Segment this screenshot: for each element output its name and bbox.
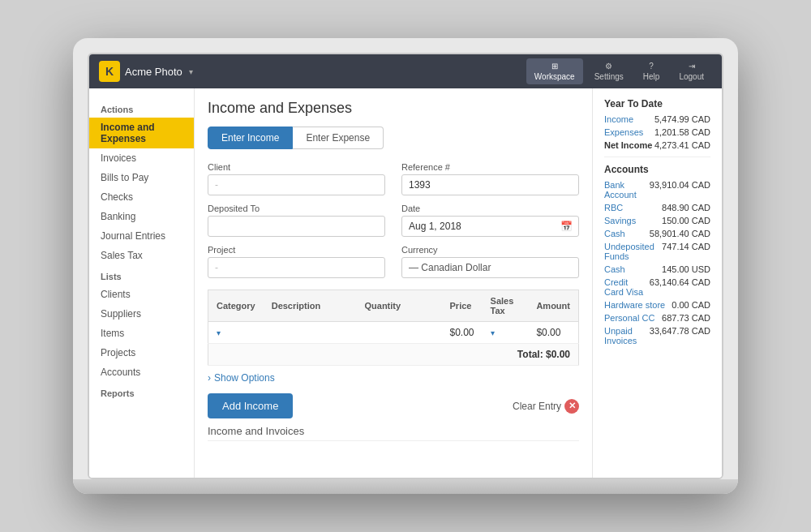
account-cash-label[interactable]: Cash bbox=[604, 229, 650, 238]
ytd-expenses-value: 1,201.58 CAD bbox=[654, 127, 710, 137]
category-dropdown-arrow[interactable]: ▾ bbox=[217, 328, 221, 337]
right-panel: Year To Date Income 5,474.99 CAD Expense… bbox=[592, 88, 722, 478]
col-quantity: Quantity bbox=[357, 290, 442, 322]
sidebar-item-projects[interactable]: Projects bbox=[89, 343, 194, 363]
sidebar-lists-title: Lists bbox=[89, 265, 194, 285]
account-cash-usd-row: Cash 145.00 USD bbox=[604, 264, 710, 274]
deposited-to-label: Deposited To bbox=[208, 204, 385, 213]
account-credit-card-value: 63,140.64 CAD bbox=[650, 277, 710, 287]
ytd-expenses-label[interactable]: Expenses bbox=[604, 127, 654, 137]
date-group: Date 📅 bbox=[401, 204, 579, 237]
account-unpaid-invoices-label[interactable]: Unpaid Invoices bbox=[604, 326, 650, 345]
account-unpaid-invoices-row: Unpaid Invoices 33,647.78 CAD bbox=[604, 326, 710, 345]
logout-icon: ⇥ bbox=[689, 62, 695, 71]
logo-area: K Acme Photo ▾ bbox=[99, 61, 526, 82]
account-bank-account-value: 93,910.04 CAD bbox=[650, 180, 710, 190]
ytd-income-row: Income 5,474.99 CAD bbox=[604, 114, 710, 124]
sidebar-item-checks[interactable]: Checks bbox=[89, 187, 194, 207]
account-unpaid-invoices-value: 33,647.78 CAD bbox=[650, 326, 710, 336]
account-cash-row: Cash 58,901.40 CAD bbox=[604, 229, 710, 238]
account-cash-usd-label[interactable]: Cash bbox=[604, 264, 662, 274]
tab-enter-income[interactable]: Enter Income bbox=[208, 127, 293, 149]
project-input[interactable] bbox=[208, 257, 385, 278]
content-area: Income and Expenses Enter Income Enter E… bbox=[195, 88, 592, 478]
currency-label: Currency bbox=[401, 245, 579, 255]
sidebar-item-income-expenses[interactable]: Income and Expenses bbox=[89, 118, 194, 148]
ytd-income-value: 5,474.99 CAD bbox=[654, 114, 710, 124]
ytd-net-income-row: Net Income 4,273.41 CAD bbox=[604, 140, 710, 150]
account-undeposited-label[interactable]: Undeposited Funds bbox=[604, 242, 662, 261]
sidebar-item-accounts[interactable]: Accounts bbox=[89, 363, 194, 382]
col-price: Price bbox=[442, 290, 483, 322]
total-row: Total: $0.00 bbox=[208, 344, 579, 366]
sidebar-item-banking[interactable]: Banking bbox=[89, 207, 194, 226]
add-income-button[interactable]: Add Income bbox=[208, 393, 293, 418]
calendar-icon: 📅 bbox=[560, 221, 573, 232]
income-invoices-subtitle: Income and Invoices bbox=[208, 425, 579, 441]
sidebar-item-journal-entries[interactable]: Journal Entries bbox=[89, 226, 194, 246]
account-rbc-row: RBC 848.90 CAD bbox=[604, 203, 710, 212]
currency-select[interactable]: — Canadian Dollar bbox=[401, 257, 579, 278]
deposited-to-input[interactable] bbox=[208, 216, 385, 237]
account-undeposited-row: Undeposited Funds 747.14 CAD bbox=[604, 242, 710, 261]
sidebar-item-items[interactable]: Items bbox=[89, 324, 194, 343]
reference-input[interactable] bbox=[401, 174, 579, 195]
nav-logout-label: Logout bbox=[679, 72, 704, 81]
company-dropdown-arrow[interactable]: ▾ bbox=[189, 67, 193, 76]
cell-quantity[interactable] bbox=[357, 322, 442, 344]
account-credit-card-label[interactable]: Credit Card Visa bbox=[604, 277, 650, 297]
panel-divider-1 bbox=[604, 157, 710, 157]
cell-category: ▾ bbox=[208, 322, 264, 344]
client-group: Client bbox=[208, 162, 385, 195]
sidebar-item-bills-to-pay[interactable]: Bills to Pay bbox=[89, 168, 194, 187]
account-savings-label[interactable]: Savings bbox=[604, 216, 662, 225]
settings-icon: ⚙ bbox=[605, 62, 612, 71]
nav-settings[interactable]: ⚙ Settings bbox=[586, 58, 632, 84]
date-input-wrapper: 📅 bbox=[401, 216, 579, 237]
cell-description[interactable] bbox=[264, 322, 357, 344]
account-rbc-label[interactable]: RBC bbox=[604, 203, 662, 212]
sidebar-item-invoices[interactable]: Invoices bbox=[89, 148, 194, 168]
nav-help[interactable]: ? Help bbox=[635, 58, 668, 84]
account-bank-account-row: Bank Account 93,910.04 CAD bbox=[604, 180, 710, 200]
sidebar-item-suppliers[interactable]: Suppliers bbox=[89, 304, 194, 324]
account-hardware-store-label[interactable]: Hardware store bbox=[604, 300, 672, 310]
main-layout: Actions Income and Expenses Invoices Bil… bbox=[89, 88, 722, 478]
reference-group: Reference # bbox=[401, 162, 579, 195]
client-input[interactable] bbox=[208, 174, 385, 195]
laptop-base bbox=[73, 479, 738, 494]
col-sales-tax: Sales Tax bbox=[483, 290, 529, 322]
deposited-to-group: Deposited To bbox=[208, 204, 385, 237]
show-options[interactable]: › Show Options bbox=[208, 372, 579, 384]
income-form: Client Reference # Deposited To bbox=[208, 162, 579, 278]
accounts-title: Accounts bbox=[604, 164, 710, 175]
nav-help-label: Help bbox=[643, 72, 660, 81]
account-savings-value: 150.00 CAD bbox=[662, 216, 710, 225]
client-label: Client bbox=[208, 162, 385, 172]
sidebar-item-clients[interactable]: Clients bbox=[89, 285, 194, 304]
nav-workspace[interactable]: ⊞ Workspace bbox=[526, 58, 583, 84]
quantity-input[interactable] bbox=[365, 327, 434, 338]
clear-entry[interactable]: Clear Entry ✕ bbox=[513, 399, 579, 414]
description-input[interactable] bbox=[272, 327, 349, 338]
account-cash-value: 58,901.40 CAD bbox=[650, 229, 710, 238]
account-hardware-store-value: 0.00 CAD bbox=[672, 300, 710, 310]
ytd-income-label[interactable]: Income bbox=[604, 114, 654, 124]
sidebar-item-sales-tax[interactable]: Sales Tax bbox=[89, 246, 194, 265]
account-personal-cc-label[interactable]: Personal CC bbox=[604, 313, 662, 323]
logo-icon: K bbox=[99, 61, 120, 82]
account-bank-account-label[interactable]: Bank Account bbox=[604, 180, 650, 200]
account-credit-card-row: Credit Card Visa 63,140.64 CAD bbox=[604, 277, 710, 297]
tab-enter-expense[interactable]: Enter Expense bbox=[293, 127, 384, 149]
ytd-title: Year To Date bbox=[604, 98, 710, 109]
nav-logout[interactable]: ⇥ Logout bbox=[671, 58, 712, 84]
nav-workspace-label: Workspace bbox=[534, 72, 575, 81]
account-cash-usd-value: 145.00 USD bbox=[662, 264, 710, 274]
sales-tax-dropdown-arrow[interactable]: ▾ bbox=[491, 328, 495, 337]
account-savings-row: Savings 150.00 CAD bbox=[604, 216, 710, 225]
date-input[interactable] bbox=[401, 216, 579, 237]
cell-sales-tax: ▾ bbox=[483, 322, 529, 344]
sidebar: Actions Income and Expenses Invoices Bil… bbox=[89, 88, 195, 478]
col-description: Description bbox=[264, 290, 357, 322]
page-title: Income and Expenses bbox=[208, 100, 579, 117]
